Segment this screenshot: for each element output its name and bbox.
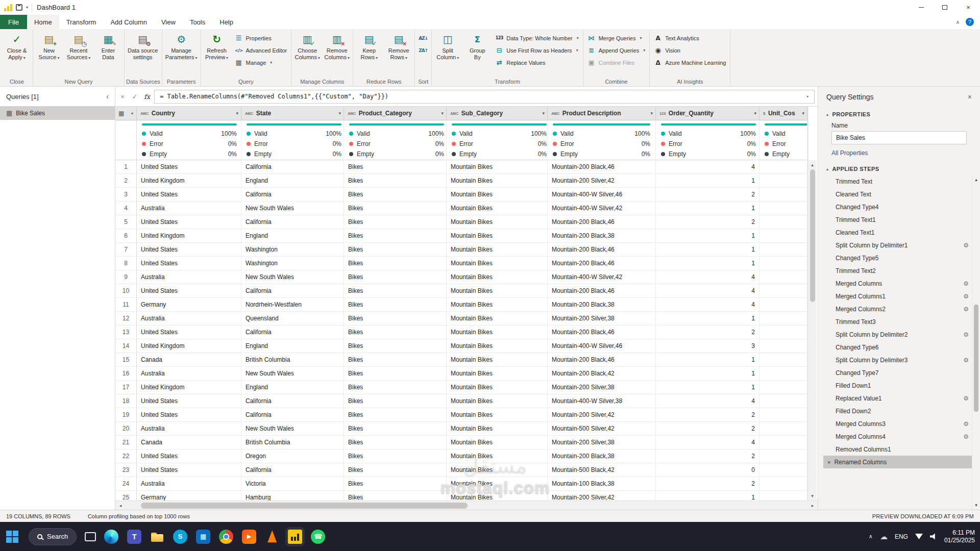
step-settings-gear-icon[interactable]: ⚙ [960,420,969,428]
cell[interactable]: 1 [656,243,760,257]
filter-caret-icon[interactable]: ▾ [336,111,341,116]
cell[interactable]: Mountain-200 Black,46 [548,257,656,270]
save-icon[interactable] [16,4,22,11]
cell[interactable]: 0 [656,463,760,477]
cell[interactable]: Mountain-200 Black,38 [548,298,656,312]
row-number[interactable]: 17 [115,381,137,394]
cell[interactable] [760,339,807,353]
applied-step-renamed-columns[interactable]: ×Renamed Columns [823,456,972,468]
cell[interactable]: Mountain Bikes [447,202,548,215]
steps-scroll-thumb[interactable] [974,305,978,412]
ribbon-close-apply-button[interactable]: Close & Apply▾ [3,31,31,77]
scroll-down-icon[interactable]: ▾ [811,491,814,500]
help-icon[interactable]: ? [966,18,974,26]
cell[interactable]: Mountain Bikes [447,160,548,174]
cell[interactable]: Bikes [344,229,447,243]
cell[interactable]: Mountain Bikes [447,325,548,339]
tray-chevron-up-icon[interactable]: ∧ [869,533,873,540]
steps-scrollbar[interactable]: ▴ ▾ [972,175,980,510]
applied-step-changed-type4[interactable]: Changed Type4 [823,201,972,213]
ribbon-enter-data-button[interactable]: Enter Data [94,31,122,77]
vertical-scroll-thumb[interactable] [810,169,815,302]
cell[interactable] [760,298,807,312]
cell[interactable]: Mountain-500 Black,42 [548,463,656,477]
wifi-icon[interactable] [915,534,923,539]
cell[interactable] [760,325,807,339]
step-settings-gear-icon[interactable]: ⚙ [960,242,969,249]
cell[interactable]: New South Wales [241,422,344,436]
cell[interactable]: England [241,381,344,394]
cell[interactable]: Mountain-400-W Silver,42 [548,270,656,284]
cell[interactable]: 1 [656,381,760,394]
cell[interactable]: Mountain Bikes [447,188,548,202]
store-icon[interactable] [196,530,210,544]
applied-step-split-column-by-delimiter2[interactable]: Split Column by Delimiter2⚙ [823,328,972,341]
cell[interactable]: United Kingdom [137,229,241,243]
cell[interactable]: United States [137,160,241,174]
all-properties-link[interactable]: All Properties [818,148,980,162]
cell[interactable] [760,449,807,463]
cell[interactable]: Mountain-400-W Silver,46 [548,339,656,353]
cell[interactable]: United States [137,257,241,270]
cell[interactable]: 1 [656,367,760,381]
steps-scroll-up-icon[interactable]: ▴ [975,175,977,184]
ribbon-data-source-settings-button[interactable]: Data source settings [126,31,159,77]
whatsapp-icon[interactable] [311,530,325,544]
cell[interactable] [760,367,807,381]
filter-caret-icon[interactable]: ▾ [540,111,545,116]
vertical-scrollbar[interactable]: ▴ ▾ [807,107,817,500]
ribbon-refresh-preview-button[interactable]: Refresh Preview▾ [203,31,231,77]
cell[interactable]: 1 [656,353,760,367]
cell[interactable]: British Columbia [241,436,344,449]
cell[interactable]: 4 [656,284,760,298]
cell[interactable]: Bikes [344,215,447,229]
row-number[interactable]: 14 [115,339,137,353]
cell[interactable] [760,312,807,325]
power-bi-icon[interactable] [288,530,302,544]
maximize-button[interactable] [933,0,957,15]
cell[interactable]: 4 [656,298,760,312]
step-settings-gear-icon[interactable]: ⚙ [960,306,969,313]
cell[interactable]: 1 [656,229,760,243]
row-number[interactable]: 8 [115,257,137,270]
task-view-button[interactable] [85,532,96,541]
cell[interactable] [760,394,807,408]
cell[interactable]: 3 [656,339,760,353]
onedrive-cloud-icon[interactable]: ☁ [880,532,888,541]
ribbon-keep-rows-button[interactable]: Keep Rows▾ [355,31,383,77]
cell[interactable]: Mountain Bikes [447,174,548,188]
cell[interactable] [760,243,807,257]
applied-step-merged-columns[interactable]: Merged Columns⚙ [823,277,972,290]
column-header-product-description[interactable]: ABCProduct Description▾ [548,107,656,120]
applied-step-changed-type7[interactable]: Changed Type7 [823,366,972,379]
cell[interactable]: 1 [656,312,760,325]
cell[interactable]: England [241,174,344,188]
cell[interactable]: Bikes [344,188,447,202]
cell[interactable]: Bikes [344,174,447,188]
cell[interactable]: Mountain Bikes [447,463,548,477]
cell[interactable]: Germany [137,298,241,312]
cell[interactable]: Mountain Bikes [447,257,548,270]
tab-view[interactable]: View [154,15,183,29]
cell[interactable] [760,202,807,215]
ribbon-azure-machine-learning-button[interactable]: Azure Machine Learning [651,57,728,68]
cell[interactable] [760,408,807,422]
cell[interactable]: California [241,463,344,477]
ribbon-properties-button[interactable]: Properties [232,32,290,44]
start-button[interactable] [6,531,18,543]
cell[interactable] [760,381,807,394]
cell[interactable] [760,188,807,202]
cell[interactable]: Bikes [344,160,447,174]
cell[interactable]: 2 [656,325,760,339]
cell[interactable]: Mountain Bikes [447,422,548,436]
row-number[interactable]: 1 [115,160,137,174]
cell[interactable]: Bikes [344,422,447,436]
cell[interactable]: Bikes [344,463,447,477]
cell[interactable]: Australia [137,270,241,284]
tab-tools[interactable]: Tools [183,15,212,29]
cell[interactable]: Mountain-400-W Silver,46 [548,188,656,202]
cell[interactable]: Mountain-200 Black,46 [548,160,656,174]
filter-caret-icon[interactable]: ▾ [648,111,653,116]
row-number[interactable]: 12 [115,312,137,325]
cell[interactable]: United States [137,243,241,257]
